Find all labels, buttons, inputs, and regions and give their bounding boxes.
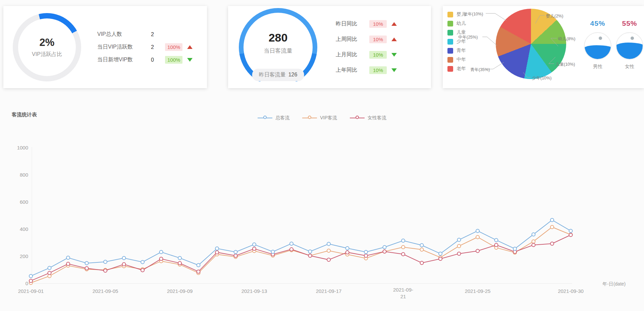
legend-label: 女性客流 (368, 115, 386, 121)
percent-badge: 100% (165, 43, 182, 51)
svg-text:200: 200 (20, 253, 28, 259)
legend-item[interactable]: 老年 (447, 66, 466, 72)
pie-label-teen: 少年(10%) (532, 75, 551, 81)
yesterday-traffic-pill: 昨日客流量126 (252, 69, 304, 81)
female-percent: 55% (613, 19, 644, 27)
up-arrow-icon (391, 22, 397, 26)
vip-stats: VIP总人数 2 当日VIP活跃数 2 100% 当日新增VIP数 0 100% (97, 28, 198, 66)
male-label: 男性 (582, 64, 614, 70)
pie-label-baby: 婴儿(2%) (546, 13, 563, 19)
legend-item-female[interactable]: 女性客流 (350, 115, 386, 121)
svg-text:600: 600 (20, 199, 28, 205)
compare-label: 上周同比 (336, 36, 369, 43)
vip-total-row: VIP总人数 2 (97, 28, 198, 41)
legend-label: 中年 (457, 57, 466, 63)
male-ratio-widget: 45% 男性 (582, 19, 614, 70)
compare-lastweek-row: 上周同比 10% (336, 32, 397, 47)
water-fill (616, 43, 643, 60)
up-arrow-icon (187, 45, 193, 49)
top-row: 2% VIP活跃占比 VIP总人数 2 当日VIP活跃数 2 100% 当日新增… (0, 0, 644, 88)
female-label: 女性 (613, 64, 644, 70)
yesterday-traffic-value: 126 (288, 72, 298, 77)
legend-swatch-icon (447, 39, 453, 45)
svg-text:1000: 1000 (17, 145, 28, 150)
traffic-gauge-chart[interactable]: 280 当日客流量 昨日客流量126 (239, 8, 317, 86)
legend-label: 青年 (457, 48, 466, 54)
stat-value: 2 (151, 32, 165, 38)
line-marker-icon (350, 116, 365, 120)
age-pie-chart[interactable] (496, 9, 566, 79)
svg-text:2021-09-17: 2021-09-17 (316, 288, 342, 294)
line-chart-legend: 总客流 VIP客流 女性客流 (0, 115, 644, 121)
svg-text:2021-09-09: 2021-09-09 (167, 288, 193, 294)
vip-active-row: 当日VIP活跃数 2 100% (97, 41, 198, 54)
vip-card: 2% VIP活跃占比 VIP总人数 2 当日VIP活跃数 2 100% 当日新增… (3, 6, 207, 88)
pie-label-child: 儿童(10%) (555, 62, 575, 67)
svg-text:2021-09-05: 2021-09-05 (93, 288, 118, 294)
legend-swatch-icon (447, 12, 453, 17)
legend-item[interactable]: 婴儿 (447, 11, 466, 17)
stat-label: 当日新增VIP数 (97, 56, 151, 63)
vip-donut-chart[interactable]: 2% VIP活跃占比 (13, 13, 81, 81)
dashboard-page: { "cards": { "vip": { "percent": "2%", "… (0, 0, 644, 311)
compare-lastmonth-row: 上月同比 10% (336, 47, 397, 63)
age-legend: 婴儿 幼儿 儿童 少年 青年 中年 老年 (447, 11, 466, 75)
legend-swatch-icon (447, 66, 453, 72)
bubble-dot-icon (631, 37, 634, 40)
pie-label-youngadult: 青年(35%) (470, 67, 490, 73)
compare-label: 上月同比 (336, 51, 369, 58)
pie-label-elderly: 老年(10%) (464, 11, 483, 17)
svg-text:2021-09-25: 2021-09-25 (465, 288, 491, 294)
down-arrow-icon (391, 68, 397, 72)
legend-swatch-icon (447, 21, 453, 26)
percent-badge: 10% (369, 36, 387, 43)
legend-swatch-icon (447, 48, 453, 54)
yesterday-traffic-label: 昨日客流量 (259, 72, 286, 77)
vip-new-row: 当日新增VIP数 0 100% (97, 54, 198, 66)
legend-swatch-icon (447, 57, 453, 63)
traffic-comparisons: 昨日同比 10% 上周同比 10% 上月同比 10% 上年同比 10% (336, 16, 397, 78)
bubble-dot-icon (599, 37, 602, 40)
legend-item-total[interactable]: 总客流 (258, 115, 289, 121)
demographics-card: 婴儿 幼儿 儿童 少年 青年 中年 老年 老年(10%) 中年(25%) 青年(… (443, 6, 644, 88)
legend-item-vip[interactable]: VIP客流 (302, 115, 337, 121)
pie-label-toddler: 幼儿(8%) (558, 36, 575, 42)
svg-text:年-日(date): 年-日(date) (602, 281, 626, 287)
down-arrow-icon (187, 58, 193, 62)
vip-active-percent: 2% (40, 37, 55, 49)
legend-label: 总客流 (275, 115, 289, 121)
line-marker-icon (258, 116, 272, 120)
legend-label: 幼儿 (457, 20, 466, 26)
female-ratio-widget: 55% 女性 (613, 19, 644, 70)
svg-text:2021-09-01: 2021-09-01 (18, 288, 44, 294)
today-traffic-caption: 当日客流量 (264, 47, 292, 55)
wave-arc-icon (590, 32, 606, 38)
water-fill (584, 45, 611, 60)
stat-value: 0 (151, 57, 165, 63)
legend-label: 老年 (457, 66, 466, 72)
percent-badge: 10% (369, 66, 387, 74)
svg-text:0: 0 (25, 281, 28, 286)
vip-donut-center: 2% VIP活跃占比 (18, 18, 76, 76)
female-liquid-gauge[interactable] (616, 32, 643, 60)
svg-text:800: 800 (20, 172, 28, 178)
legend-swatch-icon (447, 30, 453, 36)
svg-text:2021-09-30: 2021-09-30 (558, 288, 584, 294)
compare-label: 上年同比 (336, 67, 369, 74)
stat-value: 2 (151, 44, 165, 50)
today-traffic-value: 280 (269, 31, 288, 44)
legend-label: VIP客流 (320, 115, 337, 121)
percent-badge: 100% (165, 56, 182, 64)
legend-item[interactable]: 中年 (447, 57, 466, 63)
svg-text:2021-09-13: 2021-09-13 (241, 288, 267, 294)
traffic-card: 280 当日客流量 昨日客流量126 昨日同比 10% 上周同比 10% 上月同… (228, 6, 431, 88)
male-liquid-gauge[interactable] (584, 32, 611, 60)
wave-arc-icon (622, 32, 638, 38)
traffic-line-chart[interactable]: 020040060080010002021-09-012021-09-05202… (0, 134, 644, 305)
svg-text:400: 400 (20, 226, 28, 232)
legend-item[interactable]: 青年 (447, 48, 466, 54)
percent-badge: 10% (369, 51, 387, 59)
stat-label: VIP总人数 (97, 31, 151, 38)
legend-item[interactable]: 幼儿 (447, 20, 466, 26)
compare-lastyear-row: 上年同比 10% (336, 63, 397, 78)
